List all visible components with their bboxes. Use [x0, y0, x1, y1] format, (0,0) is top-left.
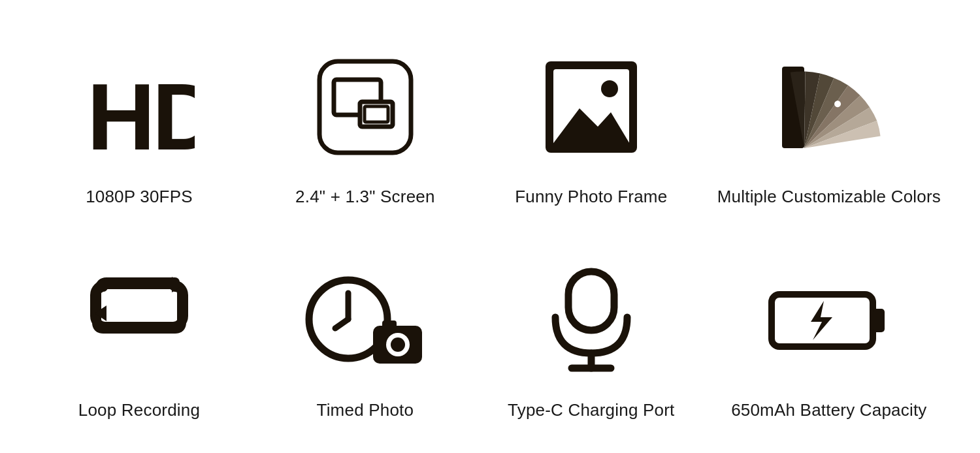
svg-point-7	[601, 80, 618, 97]
feature-battery: 650mAh Battery Capacity	[704, 226, 954, 440]
loop-icon	[80, 255, 198, 386]
feature-photo-frame: Funny Photo Frame	[478, 13, 704, 226]
dual-screen-icon	[313, 42, 417, 172]
svg-rect-25	[873, 309, 885, 332]
photo-frame-icon	[539, 42, 644, 172]
photo-frame-label: Funny Photo Frame	[515, 187, 667, 207]
svg-rect-11	[95, 285, 184, 326]
feature-charging-port: Type-C Charging Port	[478, 226, 704, 440]
timed-photo-label: Timed Photo	[317, 400, 414, 420]
hd-label: 1080P 30FPS	[86, 187, 193, 207]
timer-camera-icon	[301, 255, 429, 386]
svg-text:HD: HD	[87, 64, 195, 156]
feature-colors: Multiple Customizable Colors	[704, 13, 954, 226]
svg-line-16	[335, 319, 348, 328]
colors-icon	[770, 42, 888, 172]
colors-label: Multiple Customizable Colors	[717, 187, 941, 207]
svg-rect-20	[382, 320, 397, 330]
features-grid: HD 1080P 30FPS 2.4" + 1.3" Screen	[0, 0, 980, 453]
feature-timed-photo: Timed Photo	[252, 226, 478, 440]
svg-point-19	[391, 337, 405, 352]
feature-loop-recording: Loop Recording	[26, 226, 252, 440]
battery-icon	[768, 255, 889, 386]
hd-icon: HD	[84, 42, 195, 172]
microphone-icon	[546, 255, 637, 386]
charging-port-label: Type-C Charging Port	[508, 400, 674, 420]
dual-screen-label: 2.4" + 1.3" Screen	[295, 187, 435, 207]
loop-label: Loop Recording	[78, 400, 200, 420]
battery-label: 650mAh Battery Capacity	[731, 400, 926, 420]
svg-marker-26	[811, 301, 832, 340]
feature-hd-video: HD 1080P 30FPS	[26, 13, 252, 226]
svg-rect-21	[568, 272, 614, 330]
feature-dual-screen: 2.4" + 1.3" Screen	[252, 13, 478, 226]
